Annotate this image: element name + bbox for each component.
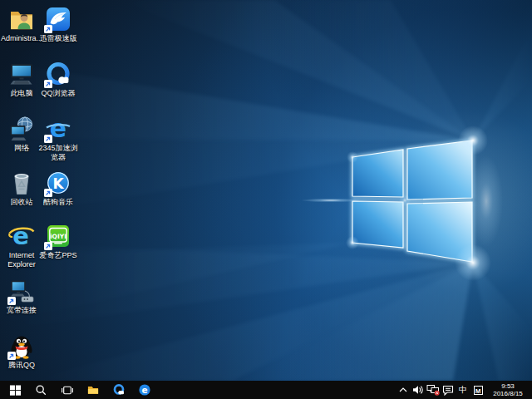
windows-logo-icon (9, 384, 22, 397)
desktop-icon-xunlei[interactable]: 迅雷极速版 (37, 5, 80, 43)
2345-browser-icon: e (44, 115, 72, 143)
desktop-icon-label: 爱奇艺PPS (37, 251, 80, 260)
desktop-icon-label: QQ浏览器 (37, 89, 80, 98)
desktop-icon-label: 2345加速浏览器 (37, 144, 80, 161)
start-button[interactable] (2, 381, 28, 399)
desktop-icon-qq-browser[interactable]: QQ浏览器 (37, 60, 80, 98)
2345-browser-icon: e (138, 383, 151, 397)
qq-browser-icon (112, 383, 126, 397)
volume-button[interactable] (411, 381, 426, 399)
desktop-icon-broadband-connection[interactable]: 宽带连接 (0, 277, 43, 315)
svg-text:iQIYI: iQIYI (50, 233, 66, 240)
task-view-button[interactable] (54, 381, 80, 399)
taskbar: e (0, 381, 532, 399)
shortcut-arrow-icon (44, 242, 52, 250)
windows-desktop-screen: Administra... 此电脑 (0, 0, 532, 399)
network-disconnected-icon (426, 384, 440, 396)
desktop-wallpaper: Administra... 此电脑 (0, 0, 532, 381)
clock-time: 9:53 (488, 382, 528, 390)
desktop-icon-label: 迅雷极速版 (37, 34, 80, 43)
desktop-icon-tencent-qq[interactable]: 腾讯QQ (0, 332, 43, 370)
network-status-button[interactable] (426, 381, 441, 399)
desktop-icon-2345-browser[interactable]: e 2345加速浏览器 (37, 115, 80, 161)
xunlei-icon (44, 5, 72, 33)
desktop-icon-iqiyi-pps[interactable]: iQIYI 爱奇艺PPS (37, 222, 80, 260)
network-icon (7, 115, 36, 143)
internet-explorer-icon: e (7, 222, 36, 250)
shortcut-arrow-icon (44, 189, 52, 197)
shortcut-arrow-icon (7, 352, 16, 360)
action-center-button[interactable] (441, 381, 456, 399)
desktop-icon-label: 酷狗音乐 (37, 198, 80, 207)
desktop-icon-label: 宽带连接 (0, 306, 43, 315)
taskbar-clock[interactable]: 9:53 2016/8/15 (488, 382, 528, 397)
task-view-icon (61, 384, 74, 397)
file-explorer-button[interactable] (80, 381, 106, 399)
svg-text:K: K (52, 175, 64, 192)
file-explorer-icon (86, 384, 100, 397)
shortcut-arrow-icon (44, 80, 52, 88)
iqiyi-pps-icon: iQIYI (44, 222, 72, 250)
tencent-qq-icon (7, 332, 36, 360)
windows-hero-logo-artwork (0, 0, 532, 381)
svg-text:e: e (141, 385, 147, 395)
desktop-icon-kugou-music[interactable]: K 酷狗音乐 (37, 169, 80, 207)
ime-language-mode-button[interactable]: 中 (456, 381, 470, 399)
ime-badge: M (474, 386, 483, 395)
broadband-connection-icon (7, 277, 36, 305)
qq-browser-icon (44, 60, 72, 88)
speaker-icon (412, 385, 424, 395)
taskbar-buttons: e (2, 381, 157, 399)
shortcut-arrow-icon (44, 135, 52, 143)
this-pc-icon (7, 60, 36, 88)
system-tray: 中 M 9:53 2016/8/15 (396, 381, 532, 399)
ime-input-method-button[interactable]: M (470, 381, 485, 399)
chevron-up-icon (399, 387, 407, 392)
action-center-chat-icon (442, 385, 454, 396)
shortcut-arrow-icon (44, 25, 52, 33)
search-icon (35, 384, 47, 397)
kugou-music-icon: K (44, 169, 72, 197)
svg-text:e: e (12, 222, 29, 250)
administrator-folder-icon (7, 5, 36, 33)
qq-browser-taskbar-button[interactable] (106, 381, 131, 399)
show-hidden-icons-button[interactable] (396, 381, 411, 399)
search-button[interactable] (28, 381, 54, 399)
desktop-icon-label: 腾讯QQ (0, 361, 43, 370)
clock-date: 2016/8/15 (488, 390, 528, 397)
shortcut-arrow-icon (7, 297, 16, 305)
recycle-bin-icon (7, 169, 36, 197)
2345-browser-taskbar-button[interactable]: e (131, 381, 157, 399)
